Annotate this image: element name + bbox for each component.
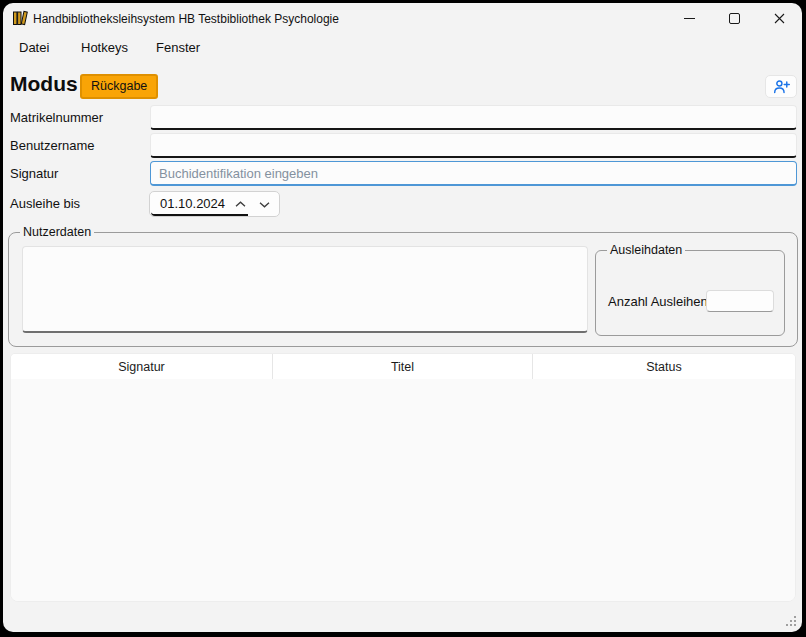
- close-button[interactable]: [757, 3, 802, 33]
- label-signatur: Signatur: [10, 161, 58, 186]
- person-plus-icon: [773, 79, 790, 94]
- menu-hotkeys[interactable]: Hotkeys: [78, 36, 131, 60]
- ausleihdaten-groupbox: Ausleihdaten Anzahl Ausleihen: [595, 250, 785, 336]
- table-body-empty: [11, 379, 795, 601]
- add-user-button[interactable]: [765, 75, 797, 98]
- chevron-down-icon: [259, 201, 270, 208]
- minimize-button[interactable]: [667, 3, 712, 33]
- label-anzahl-ausleihen: Anzahl Ausleihen: [608, 294, 708, 309]
- window-title: Handbibliotheksleihsystem HB Testbibliot…: [33, 12, 339, 26]
- mode-title: Modus: [10, 72, 78, 96]
- label-ausleihe-bis: Ausleihe bis: [10, 191, 80, 216]
- matrikelnummer-input[interactable]: [150, 105, 797, 130]
- spin-down-button[interactable]: [253, 192, 276, 216]
- anzahl-ausleihen-input[interactable]: [706, 290, 774, 312]
- ausleihdaten-group-title: Ausleihdaten: [607, 242, 685, 258]
- nutzerdaten-group-title: Nutzerdaten: [20, 224, 94, 240]
- column-header-signatur[interactable]: Signatur: [11, 354, 273, 379]
- close-icon: [774, 13, 785, 24]
- maximize-button[interactable]: [712, 3, 757, 33]
- chevron-up-icon: [235, 201, 246, 208]
- maximize-icon: [729, 13, 740, 24]
- app-icon: [12, 10, 29, 27]
- nutzerdaten-groupbox: Nutzerdaten Ausleihdaten Anzahl Ausleihe…: [8, 232, 798, 347]
- results-table: Signatur Titel Status: [10, 353, 796, 602]
- spin-up-button[interactable]: [229, 192, 252, 216]
- benutzername-input[interactable]: [150, 133, 797, 158]
- menu-bar: Datei Hotkeys Fenster: [3, 36, 802, 60]
- nutzerdaten-textarea[interactable]: [22, 246, 588, 333]
- menu-fenster[interactable]: Fenster: [153, 36, 203, 60]
- label-benutzername: Benutzername: [10, 133, 95, 158]
- ausleihe-bis-spinbox[interactable]: 01.10.2024: [149, 191, 280, 217]
- menu-datei[interactable]: Datei: [16, 36, 52, 60]
- window-controls: [667, 3, 802, 33]
- app-window: Handbibliotheksleihsystem HB Testbibliot…: [3, 3, 802, 632]
- title-bar[interactable]: Handbibliotheksleihsystem HB Testbibliot…: [3, 3, 802, 35]
- column-header-status[interactable]: Status: [533, 354, 795, 379]
- resize-grip[interactable]: [784, 614, 796, 626]
- mode-badge-rueckgabe[interactable]: Rückgabe: [80, 74, 158, 99]
- column-header-titel[interactable]: Titel: [273, 354, 533, 379]
- label-matrikelnummer: Matrikelnummer: [10, 105, 103, 130]
- minimize-icon: [684, 18, 695, 19]
- table-header-row: Signatur Titel Status: [11, 354, 795, 380]
- signatur-input[interactable]: [150, 161, 797, 186]
